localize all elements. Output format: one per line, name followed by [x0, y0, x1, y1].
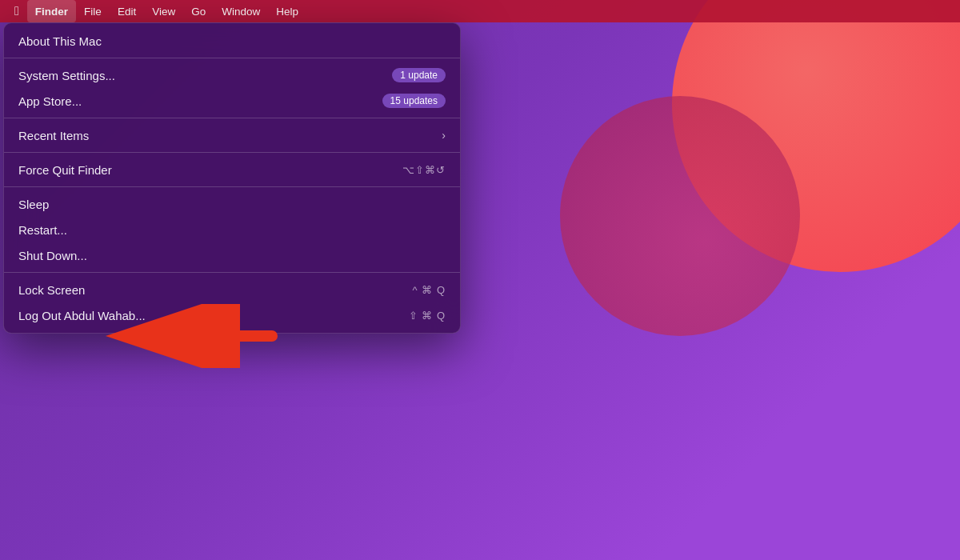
menubar-item-window[interactable]: Window	[214, 0, 268, 22]
apple-menu-dropdown: About This Mac System Settings... 1 upda…	[3, 22, 461, 334]
separator-2	[4, 118, 460, 118]
menubar:  Finder File Edit View Go Window Help	[0, 0, 960, 22]
desktop-blob-2	[560, 96, 800, 336]
menu-item-system-settings-label: System Settings...	[18, 69, 115, 82]
menu-item-shut-down[interactable]: Shut Down...	[4, 242, 460, 268]
menu-item-system-settings[interactable]: System Settings... 1 update	[4, 62, 460, 88]
menu-item-lock-screen[interactable]: Lock Screen ^ ⌘ Q	[4, 277, 460, 302]
menu-item-shut-down-label: Shut Down...	[18, 249, 87, 262]
menubar-item-view[interactable]: View	[144, 0, 183, 22]
menu-item-restart-label: Restart...	[18, 223, 67, 237]
menu-item-sleep[interactable]: Sleep	[4, 191, 460, 217]
menu-item-force-quit-shortcut: ⌥⇧⌘↺	[402, 164, 446, 176]
menu-item-force-quit[interactable]: Force Quit Finder ⌥⇧⌘↺	[4, 157, 460, 182]
menubar-item-help[interactable]: Help	[268, 0, 306, 22]
menu-item-app-store-label: App Store...	[18, 94, 82, 108]
menu-item-about[interactable]: About This Mac	[4, 28, 460, 54]
menu-item-sleep-label: Sleep	[18, 198, 49, 211]
menu-item-about-label: About This Mac	[18, 34, 102, 48]
menu-item-app-store[interactable]: App Store... 15 updates	[4, 88, 460, 114]
separator-1	[4, 58, 460, 58]
menu-item-restart[interactable]: Restart...	[4, 217, 460, 242]
menu-item-lock-screen-label: Lock Screen	[18, 283, 85, 297]
menubar-item-go[interactable]: Go	[183, 0, 214, 22]
apple-menu-trigger[interactable]: 	[6, 0, 27, 22]
app-store-badge: 15 updates	[382, 94, 446, 108]
menubar-item-file[interactable]: File	[76, 0, 110, 22]
system-settings-badge: 1 update	[392, 68, 446, 82]
separator-5	[4, 272, 460, 273]
chevron-right-icon: ›	[442, 129, 446, 142]
menu-item-log-out-label: Log Out Abdul Wahab...	[18, 309, 146, 322]
separator-3	[4, 152, 460, 153]
menubar-item-edit[interactable]: Edit	[110, 0, 144, 22]
menu-item-log-out[interactable]: Log Out Abdul Wahab... ⇧ ⌘ Q	[4, 302, 460, 328]
menu-item-recent-items[interactable]: Recent Items ›	[4, 122, 460, 148]
separator-4	[4, 186, 460, 187]
menu-item-force-quit-label: Force Quit Finder	[18, 163, 112, 177]
menu-item-log-out-shortcut: ⇧ ⌘ Q	[409, 310, 446, 322]
menubar-item-finder[interactable]: Finder	[27, 0, 76, 22]
menu-item-recent-items-label: Recent Items	[18, 129, 89, 142]
menu-item-lock-screen-shortcut: ^ ⌘ Q	[413, 284, 446, 296]
